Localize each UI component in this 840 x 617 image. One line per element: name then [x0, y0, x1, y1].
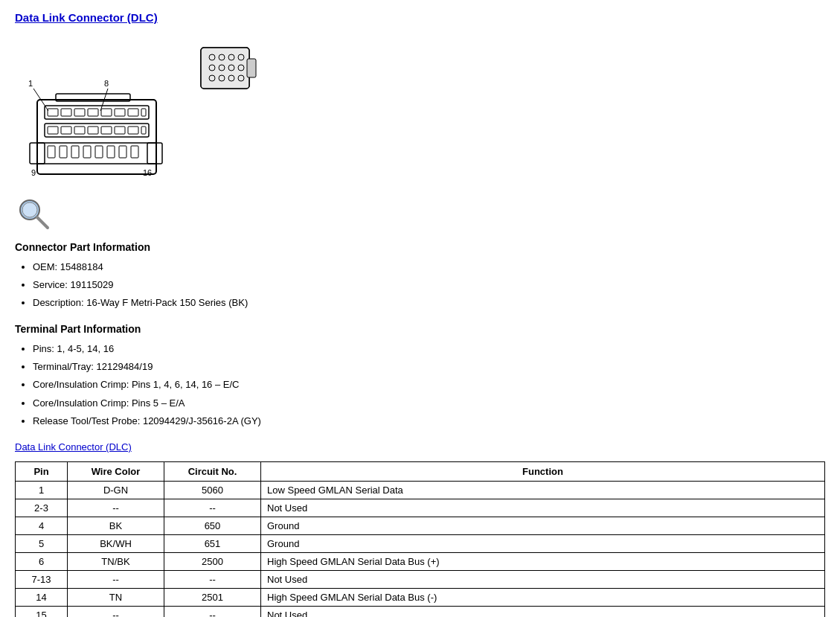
terminal-part-item-2: Terminal/Tray: 12129484/19 [33, 359, 825, 375]
svg-rect-27 [48, 146, 55, 158]
svg-rect-51 [247, 59, 256, 77]
terminal-part-item-5: Release Tool/Test Probe: 12094429/J-3561… [33, 413, 825, 429]
svg-rect-7 [61, 109, 71, 116]
cell-pin: 1 [16, 481, 68, 499]
svg-rect-5 [45, 106, 149, 119]
cell-wire-color: -- [68, 570, 164, 588]
page-title[interactable]: Data Link Connector (DLC) [15, 11, 825, 24]
main-connector-drawing: 1 8 [15, 33, 179, 189]
cell-circuit-no: -- [164, 570, 261, 588]
svg-rect-25 [147, 143, 162, 164]
table-row: 6TN/BK2500High Speed GMLAN Serial Data B… [16, 552, 825, 570]
cell-function: High Speed GMLAN Serial Data Bus (+) [261, 552, 825, 570]
cell-wire-color: TN/BK [68, 552, 164, 570]
svg-rect-31 [95, 146, 103, 158]
svg-rect-12 [128, 109, 138, 116]
connector-part-item-1: OEM: 15488184 [33, 259, 825, 275]
svg-rect-15 [48, 127, 58, 134]
cell-function: Not Used [261, 606, 825, 617]
svg-text:8: 8 [104, 79, 109, 88]
svg-rect-19 [101, 127, 112, 134]
svg-rect-22 [141, 127, 146, 134]
table-row: 7-13----Not Used [16, 570, 825, 588]
dlc-link[interactable]: Data Link Connector (DLC) [15, 441, 825, 453]
cell-function: Ground [261, 534, 825, 552]
cell-pin: 15 [16, 606, 68, 617]
svg-rect-21 [128, 127, 138, 134]
cell-wire-color: -- [68, 606, 164, 617]
cell-circuit-no: 651 [164, 534, 261, 552]
svg-rect-6 [48, 109, 58, 116]
table-row: 1D-GN5060Low Speed GMLAN Serial Data [16, 481, 825, 499]
table-row: 14TN2501High Speed GMLAN Serial Data Bus… [16, 588, 825, 606]
svg-rect-10 [101, 109, 112, 116]
table-row: 4BK650Ground [16, 517, 825, 534]
svg-rect-18 [88, 127, 98, 134]
cell-circuit-no: 5060 [164, 481, 261, 499]
terminal-part-list: Pins: 1, 4-5, 14, 16 Terminal/Tray: 1212… [15, 341, 825, 429]
terminal-part-item-1: Pins: 1, 4-5, 14, 16 [33, 341, 825, 357]
cell-wire-color: TN [68, 588, 164, 606]
table-header-row: Pin Wire Color Circuit No. Function [16, 461, 825, 481]
connector-diagram: 1 8 [15, 33, 825, 189]
cell-pin: 5 [16, 534, 68, 552]
cell-function: Ground [261, 517, 825, 534]
terminal-part-item-3: Core/Insulation Crimp: Pins 1, 4, 6, 14,… [33, 377, 825, 393]
svg-text:9: 9 [31, 168, 36, 177]
cell-wire-color: -- [68, 499, 164, 517]
svg-rect-17 [74, 127, 85, 134]
cell-function: Not Used [261, 570, 825, 588]
svg-point-53 [22, 202, 37, 217]
col-header-pin: Pin [16, 461, 68, 481]
cell-circuit-no: 2500 [164, 552, 261, 570]
svg-rect-29 [71, 146, 79, 158]
cell-pin: 14 [16, 588, 68, 606]
terminal-part-item-4: Core/Insulation Crimp: Pins 5 – E/A [33, 395, 825, 412]
svg-rect-33 [119, 146, 126, 158]
connector-part-item-2: Service: 19115029 [33, 277, 825, 293]
svg-line-54 [37, 217, 48, 228]
svg-rect-20 [115, 127, 125, 134]
cell-function: Low Speed GMLAN Serial Data [261, 481, 825, 499]
col-header-function: Function [261, 461, 825, 481]
cell-circuit-no: 650 [164, 517, 261, 534]
svg-rect-9 [88, 109, 98, 116]
svg-rect-28 [60, 146, 67, 158]
cell-wire-color: BK [68, 517, 164, 534]
magnifier-area [15, 195, 825, 232]
svg-rect-16 [61, 127, 71, 134]
cell-pin: 2-3 [16, 499, 68, 517]
table-row: 2-3----Not Used [16, 499, 825, 517]
pin-table: Pin Wire Color Circuit No. Function 1D-G… [15, 461, 825, 617]
svg-rect-13 [141, 109, 146, 116]
svg-rect-38 [201, 48, 249, 89]
col-header-circuit-no: Circuit No. [164, 461, 261, 481]
cell-function: High Speed GMLAN Serial Data Bus (-) [261, 588, 825, 606]
svg-text:16: 16 [143, 168, 152, 177]
connector-part-item-3: Description: 16-Way F Metri-Pack 150 Ser… [33, 295, 825, 311]
table-row: 5BK/WH651Ground [16, 534, 825, 552]
svg-rect-8 [74, 109, 85, 116]
magnifier-icon [15, 195, 52, 232]
svg-rect-34 [131, 146, 138, 158]
cell-pin: 6 [16, 552, 68, 570]
table-row: 15----Not Used [16, 606, 825, 617]
cell-pin: 7-13 [16, 570, 68, 588]
cell-circuit-no: -- [164, 606, 261, 617]
svg-rect-14 [45, 124, 149, 137]
cell-circuit-no: 2501 [164, 588, 261, 606]
cell-wire-color: D-GN [68, 481, 164, 499]
terminal-part-section-title: Terminal Part Information [15, 323, 825, 335]
cell-wire-color: BK/WH [68, 534, 164, 552]
col-header-wire-color: Wire Color [68, 461, 164, 481]
svg-rect-32 [107, 146, 115, 158]
connector-part-section-title: Connector Part Information [15, 241, 825, 253]
svg-rect-11 [115, 109, 125, 116]
side-connector-drawing [193, 44, 260, 113]
svg-rect-30 [83, 146, 91, 158]
cell-pin: 4 [16, 517, 68, 534]
cell-function: Not Used [261, 499, 825, 517]
cell-circuit-no: -- [164, 499, 261, 517]
connector-part-list: OEM: 15488184 Service: 19115029 Descript… [15, 259, 825, 311]
svg-text:1: 1 [28, 79, 33, 88]
